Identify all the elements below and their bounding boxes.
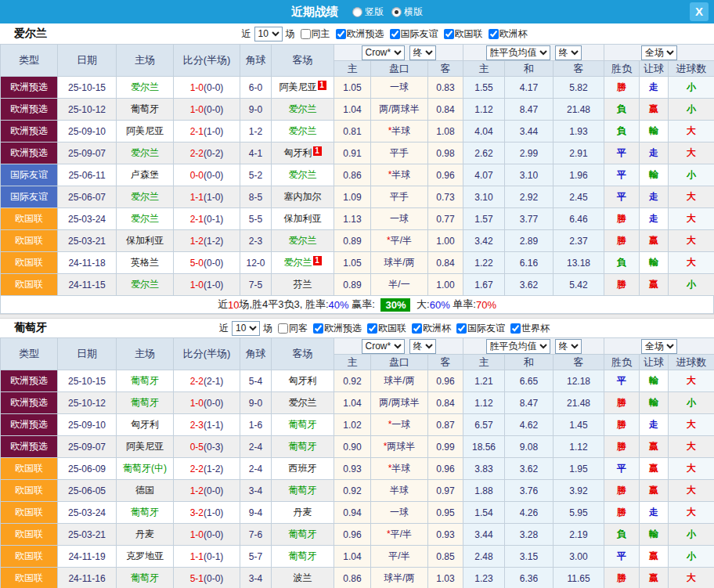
- result-handicap: 贏: [640, 436, 669, 458]
- competition-checkbox[interactable]: [444, 29, 454, 39]
- competition-type: 欧国联: [1, 274, 58, 296]
- home-team-name: 保加利亚: [126, 235, 164, 246]
- competition-filter: 欧国联: [438, 27, 483, 41]
- competition-checkbox[interactable]: [489, 29, 499, 39]
- summary-text: 赢率:: [349, 298, 378, 312]
- match-date: 24-11-15: [58, 274, 117, 296]
- odds-away-win: 2.91: [554, 142, 604, 164]
- ireland-summary: 近10场,胜4平3负3, 胜率:40% 赢率: 30% 大:60% 单率:70%: [0, 296, 714, 314]
- score-cell: 2-2(1-2): [174, 458, 240, 480]
- close-button[interactable]: X: [690, 2, 709, 21]
- handicap-line: 平/半: [371, 546, 428, 568]
- result-goals: 小: [669, 392, 714, 414]
- away-team-name: 匈牙利: [289, 375, 317, 386]
- odds-draw: 4.62: [505, 414, 554, 436]
- odds-company-select[interactable]: Crow*: [362, 45, 405, 60]
- card-badge: 1: [313, 146, 322, 156]
- competition-checkbox[interactable]: [336, 29, 346, 39]
- section-filter-bar: 葡萄牙 近 10 场 同客 欧洲预选欧国联欧洲杯国际友谊世界杯: [0, 319, 714, 337]
- match-date: 24-11-19: [58, 546, 117, 568]
- col-wdl-home: 主: [463, 355, 505, 370]
- handicap-away-odds: 0.96: [428, 370, 463, 392]
- home-team-cell: 爱尔兰: [117, 186, 174, 208]
- wdl-company-select[interactable]: 胜平负均值: [486, 339, 550, 354]
- odds-company-select[interactable]: Crow*: [362, 339, 405, 354]
- match-date: 25-09-07: [58, 142, 117, 164]
- home-team-name: 爱尔兰: [131, 191, 159, 202]
- col-date: 日期: [58, 45, 117, 77]
- col-away: 客场: [272, 45, 334, 77]
- same-venue-checkbox[interactable]: [301, 29, 311, 39]
- match-row: 欧国联25-03-24葡萄牙3-2(1-0)9-4丹麦0.94一球0.951.5…: [1, 502, 714, 524]
- competition-label: 国际友谊: [467, 322, 505, 335]
- matches-label: 场: [263, 322, 272, 335]
- competition-checkbox[interactable]: [456, 323, 467, 334]
- handicap-away-odds: 1.00: [428, 274, 463, 296]
- handicap-line: 两/两球半: [371, 392, 428, 414]
- odds-home-win: 1.88: [463, 480, 505, 502]
- result-handicap: 贏: [640, 99, 669, 121]
- score-cell: 5-1(0-0): [174, 568, 240, 588]
- competition-checkbox[interactable]: [510, 323, 521, 334]
- handicap-away-odds: 0.73: [428, 186, 463, 208]
- full-time-score: 5-1: [190, 573, 204, 584]
- home-team-name: 葡萄牙: [131, 375, 159, 386]
- odds-draw: 3.77: [505, 208, 554, 230]
- score-cell: 2-1(1-0): [174, 121, 240, 142]
- result-wdl: 負: [604, 99, 640, 121]
- competition-checkbox[interactable]: [412, 323, 422, 334]
- competition-checkbox[interactable]: [390, 29, 400, 39]
- wdl-company-select[interactable]: 胜平负均值: [486, 45, 550, 60]
- result-wdl: 勝: [604, 274, 640, 296]
- corners: 1-6: [240, 414, 272, 436]
- half-time-score: (0-0): [204, 82, 223, 93]
- odds-time-select[interactable]: 终: [409, 45, 436, 60]
- col-result-hcap: 让球: [640, 355, 669, 370]
- half-time-score: (1-2): [204, 236, 223, 247]
- full-time-score: 3-2: [190, 507, 204, 518]
- result-handicap: 走: [640, 142, 669, 164]
- competition-type: 欧国联: [1, 524, 58, 546]
- full-time-score: 0-5: [190, 442, 204, 453]
- competition-filter: 国际友谊: [384, 27, 438, 41]
- col-hcap-line: 盘口: [371, 355, 428, 370]
- col-corners: 角球: [240, 45, 272, 77]
- home-team-name: 爱尔兰: [131, 81, 159, 92]
- handicap-away-odds: 0.77: [428, 208, 463, 230]
- competition-checkbox[interactable]: [367, 323, 377, 334]
- competition-type: 欧洲预选: [1, 99, 58, 121]
- odds-home-win: 1.57: [463, 208, 505, 230]
- odds-draw: 3.62: [505, 458, 554, 480]
- scope-select[interactable]: 全场: [641, 339, 677, 354]
- handicap-line: *半球: [371, 458, 428, 480]
- result-wdl: 平: [604, 458, 640, 480]
- recent-count-select[interactable]: 10: [254, 27, 283, 41]
- wdl-time-select[interactable]: 终: [555, 45, 582, 60]
- away-team-cell: 爱尔兰: [272, 392, 334, 414]
- result-goals: 大: [669, 414, 714, 436]
- away-team-name: 芬兰: [294, 279, 312, 290]
- same-venue-filter: 同客: [272, 322, 308, 335]
- recent-count-select[interactable]: 10: [232, 321, 260, 336]
- layout-radio-vertical[interactable]: [352, 7, 362, 17]
- competition-checkbox[interactable]: [313, 323, 323, 334]
- odds-time-select[interactable]: 终: [409, 339, 436, 354]
- wdl-time-select[interactable]: 终: [555, 339, 582, 354]
- handicap-line-text: 球半/两: [384, 572, 414, 583]
- full-time-score: 1-2: [190, 485, 204, 496]
- score-cell: 0-5(0-3): [174, 436, 240, 458]
- away-team-name: 爱尔兰: [289, 103, 317, 114]
- full-time-score: 2-3: [190, 420, 204, 431]
- handicap-line-text: 平/半: [391, 235, 412, 246]
- result-wdl: 勝: [604, 77, 640, 99]
- handicap-home-odds: 0.96: [334, 524, 371, 546]
- away-team-cell: 塞内加尔: [272, 186, 334, 208]
- layout-radio-horizontal[interactable]: [391, 7, 402, 17]
- handicap-line: 球半/两: [371, 370, 428, 392]
- scope-select[interactable]: 全场: [641, 45, 677, 60]
- result-wdl: 負: [604, 121, 640, 142]
- same-venue-checkbox[interactable]: [278, 323, 288, 334]
- full-time-score: 1-0: [190, 398, 204, 409]
- home-team-name: 葡萄牙: [131, 397, 159, 408]
- half-time-score: (1-0): [204, 192, 223, 203]
